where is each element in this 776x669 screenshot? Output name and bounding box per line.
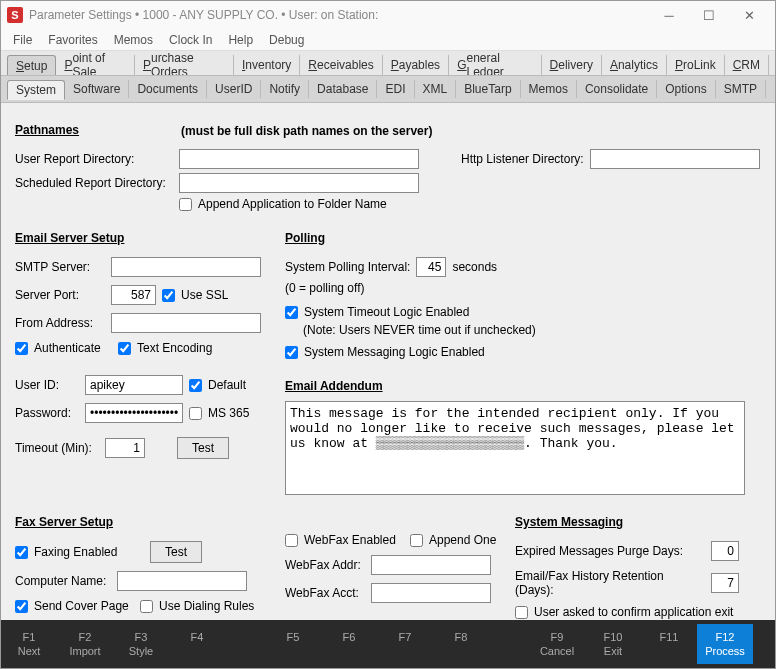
menu-debug[interactable]: Debug (261, 31, 312, 49)
http-listener-label: Http Listener Directory: (461, 152, 584, 166)
tab-delivery[interactable]: Delivery (542, 55, 602, 75)
tab-prolink[interactable]: ProLink (667, 55, 725, 75)
fkey-f9[interactable]: F9Cancel (529, 624, 585, 665)
addendum-textarea[interactable] (285, 401, 745, 495)
http-listener-input[interactable] (590, 149, 760, 169)
subtab-consolidate[interactable]: Consolidate (577, 80, 657, 98)
fkey-f11[interactable]: F11 (641, 624, 697, 665)
subtab-userid[interactable]: UserID (207, 80, 261, 98)
fkey-f4[interactable]: F4 (169, 624, 225, 665)
interval-note: (0 = polling off) (285, 281, 761, 295)
function-key-bar: F1NextF2ImportF3StyleF4 F5 F6 F7 F8 F9Ca… (1, 620, 775, 668)
cover-checkbox[interactable] (15, 600, 28, 613)
dialing-label: Use Dialing Rules (159, 599, 254, 613)
append-folder-checkbox[interactable] (179, 198, 192, 211)
subtab-smtp[interactable]: SMTP (716, 80, 766, 98)
fkey-f7[interactable]: F7 (377, 624, 433, 665)
auth-label: Authenticate (34, 341, 112, 355)
append-folder-label: Append Application to Folder Name (198, 197, 387, 211)
fax-header: Fax Server Setup (15, 515, 275, 529)
from-input[interactable] (111, 313, 261, 333)
default-checkbox[interactable] (189, 379, 202, 392)
interval-label: System Polling Interval: (285, 260, 410, 274)
fax-test-button[interactable]: Test (150, 541, 202, 563)
menubar: FileFavoritesMemosClock InHelpDebug (1, 29, 775, 51)
fkey-f8[interactable]: F8 (433, 624, 489, 665)
webfax-enabled-checkbox[interactable] (285, 534, 298, 547)
tab-receivables[interactable]: Receivables (300, 55, 382, 75)
timeout-logic-checkbox[interactable] (285, 306, 298, 319)
close-button[interactable]: ✕ (729, 3, 769, 27)
faxing-enabled-checkbox[interactable] (15, 546, 28, 559)
tab-setup[interactable]: Setup (7, 55, 56, 75)
menu-favorites[interactable]: Favorites (40, 31, 105, 49)
append-one-checkbox[interactable] (410, 534, 423, 547)
subtab-options[interactable]: Options (657, 80, 715, 98)
subtab-system[interactable]: System (7, 80, 65, 100)
subtab-edi[interactable]: EDI (377, 80, 414, 98)
email-test-button[interactable]: Test (177, 437, 229, 459)
fkey-f6[interactable]: F6 (321, 624, 377, 665)
subtab-database[interactable]: Database (309, 80, 377, 98)
user-report-input[interactable] (179, 149, 419, 169)
fkey-f12[interactable]: F12Process (697, 624, 753, 665)
maximize-button[interactable]: ☐ (689, 3, 729, 27)
minimize-button[interactable]: ─ (649, 3, 689, 27)
tab-point-of-sale[interactable]: Point of Sale (56, 55, 135, 75)
history-input[interactable] (711, 573, 739, 593)
tab-analytics[interactable]: Analytics (602, 55, 667, 75)
userid-label: User ID: (15, 378, 79, 392)
ms365-checkbox[interactable] (189, 407, 202, 420)
subtab-documents[interactable]: Documents (129, 80, 207, 98)
default-label: Default (208, 378, 246, 392)
fkey-f3[interactable]: F3Style (113, 624, 169, 665)
textenc-checkbox[interactable] (118, 342, 131, 355)
cover-label: Send Cover Page (34, 599, 134, 613)
menu-memos[interactable]: Memos (106, 31, 161, 49)
fkey-f5[interactable]: F5 (265, 624, 321, 665)
userid-input[interactable] (85, 375, 183, 395)
menu-file[interactable]: File (5, 31, 40, 49)
fkey-f2[interactable]: F2Import (57, 624, 113, 665)
subtab-notify[interactable]: Notify (261, 80, 309, 98)
tab-crm[interactable]: CRM (725, 55, 769, 75)
app-icon: S (7, 7, 23, 23)
purge-input[interactable] (711, 541, 739, 561)
tab-general-ledger[interactable]: General Ledger (449, 55, 541, 75)
sched-report-input[interactable] (179, 173, 419, 193)
fkey-f10[interactable]: F10Exit (585, 624, 641, 665)
fkey-f1[interactable]: F1Next (1, 624, 57, 665)
tab-payables[interactable]: Payables (383, 55, 449, 75)
ssl-checkbox[interactable] (162, 289, 175, 302)
subtab-xml[interactable]: XML (415, 80, 457, 98)
timeout-label: Timeout (Min): (15, 441, 99, 455)
messaging-logic-label: System Messaging Logic Enabled (304, 345, 485, 359)
smtp-input[interactable] (111, 257, 261, 277)
timeout-input[interactable] (105, 438, 145, 458)
ms365-label: MS 365 (208, 406, 249, 420)
menu-clock-in[interactable]: Clock In (161, 31, 220, 49)
messaging-logic-checkbox[interactable] (285, 346, 298, 359)
tab-purchase-orders[interactable]: Purchase Orders (135, 55, 234, 75)
webfax-addr-input[interactable] (371, 555, 491, 575)
tab-inventory[interactable]: Inventory (234, 55, 300, 75)
subtab-software[interactable]: Software (65, 80, 129, 98)
auth-checkbox[interactable] (15, 342, 28, 355)
webfax-acct-input[interactable] (371, 583, 491, 603)
from-label: From Address: (15, 316, 105, 330)
confirm-exit-checkbox[interactable] (515, 606, 528, 619)
password-input[interactable] (85, 403, 183, 423)
interval-input[interactable] (416, 257, 446, 277)
window-title: Parameter Settings • 1000 - ANY SUPPLY C… (29, 8, 649, 22)
menu-help[interactable]: Help (220, 31, 261, 49)
subtab-memos[interactable]: Memos (521, 80, 577, 98)
computer-label: Computer Name: (15, 574, 111, 588)
computer-input[interactable] (117, 571, 247, 591)
timeout-logic-label: System Timeout Logic Enabled (304, 305, 469, 319)
port-input[interactable] (111, 285, 156, 305)
titlebar: S Parameter Settings • 1000 - ANY SUPPLY… (1, 1, 775, 29)
subtab-bluetarp[interactable]: BlueTarp (456, 80, 520, 98)
dialing-checkbox[interactable] (140, 600, 153, 613)
interval-unit: seconds (452, 260, 497, 274)
textenc-label: Text Encoding (137, 341, 212, 355)
